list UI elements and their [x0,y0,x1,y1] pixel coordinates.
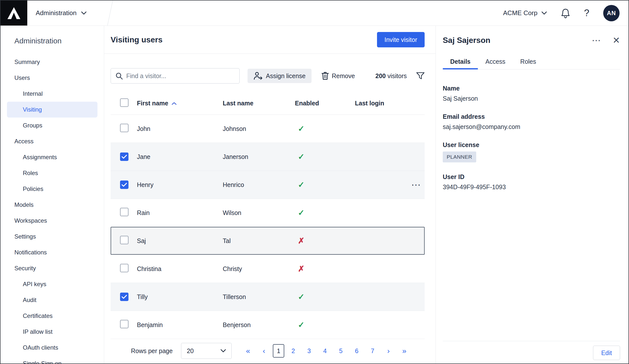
sidebar-item-models[interactable]: Models [7,197,98,213]
select-all-checkbox[interactable] [120,99,129,107]
pagination-prev[interactable]: ‹ [257,344,271,358]
row-checkbox[interactable] [120,320,129,328]
enabled-check-icon: ✓ [295,320,355,330]
sidebar-item-notifications[interactable]: Notifications [7,244,98,260]
column-enabled[interactable]: Enabled [295,100,355,107]
sidebar-item-users[interactable]: Users [7,70,98,86]
top-bar: Administration ACME Corp ? AN [0,0,629,26]
sidebar-item-assignments[interactable]: Assignments [7,149,98,165]
sidebar-item-label: OAuth clients [23,344,58,351]
sidebar-item-summary[interactable]: Summary [7,54,98,70]
sidebar-item-single-sign-on[interactable]: Single Sign-on [7,356,98,364]
search-box[interactable] [111,68,240,84]
row-checkbox[interactable] [120,208,129,216]
visitor-count: 200 visitors [375,72,407,80]
sidebar-item-security[interactable]: Security [7,260,98,276]
checkmark-icon [122,154,127,159]
sidebar-item-visiting[interactable]: Visiting [7,102,98,118]
sidebar-item-api-keys[interactable]: API keys [7,276,98,292]
sidebar-item-ip-allow-list[interactable]: IP allow list [7,324,98,340]
cell-first-name: Benjamin [137,321,223,329]
sort-asc-icon[interactable] [172,102,177,105]
sidebar-item-label: Groups [23,122,42,129]
org-name: ACME Corp [503,9,537,17]
top-bar-right: ACME Corp ? AN [503,5,629,21]
sidebar-item-label: Users [14,74,30,81]
sidebar-item-oauth-clients[interactable]: OAuth clients [7,340,98,356]
table-row-benjamin[interactable]: Benjamin Benjerson ✓ ⋯ [111,311,425,339]
pagination-page-7[interactable]: 7 [366,344,379,358]
enabled-check-icon: ✓ [295,208,355,218]
close-icon[interactable]: ✕ [613,36,620,45]
pagination-page-5[interactable]: 5 [334,344,348,358]
overflow-menu-icon[interactable]: ⋯ [592,36,601,45]
table-row-john[interactable]: John Johnson ✓ ⋯ [111,115,425,143]
cell-last-name: Henrico [223,181,295,188]
pagination-page-2[interactable]: 2 [286,344,300,358]
column-last-login[interactable]: Last login [355,100,407,107]
table-body: John Johnson ✓ ⋯ Jane Janerson ✓ ⋯ Henry… [111,115,425,339]
row-menu-icon[interactable]: ⋯ [407,180,425,189]
row-checkbox[interactable] [120,181,129,189]
app-switcher[interactable]: Administration [36,9,87,17]
notifications-bell-icon[interactable] [561,8,570,18]
app-logo[interactable] [0,0,27,25]
sidebar-item-groups[interactable]: Groups [7,118,98,133]
sidebar-item-roles[interactable]: Roles [7,165,98,181]
tab-roles[interactable]: Roles [513,54,544,69]
help-icon[interactable]: ? [584,8,589,18]
table-row-henry[interactable]: Henry Henrico ✓ ⋯ [111,171,425,199]
table-row-tilly[interactable]: Tilly Tillerson ✓ ⋯ [111,283,425,311]
trash-icon [321,72,329,80]
sidebar-item-certificates[interactable]: Certificates [7,308,98,324]
table-row-saj[interactable]: Saj Tal ✗ ⋯ [111,227,425,255]
cell-first-name: Jane [137,153,223,160]
sidebar-item-access[interactable]: Access [7,133,98,149]
checkmark-icon [122,295,127,299]
field-label: Email address [443,113,620,120]
field-label: Name [443,85,620,92]
table-row-rain[interactable]: Rain Wilson ✓ ⋯ [111,199,425,227]
tab-access[interactable]: Access [478,54,513,69]
field-user-license: User license PLANNER [443,141,620,162]
pagination-page-1[interactable]: 1 [273,344,284,358]
rows-per-page-select[interactable]: 20 [181,343,232,359]
pagination-first[interactable]: « [241,344,255,358]
detail-panel: Saj Sajerson ⋯ ✕ DetailsAccessRoles Name… [436,26,629,364]
avatar[interactable]: AN [603,5,620,21]
assign-license-button[interactable]: Assign license [248,69,312,83]
edit-button[interactable]: Edit [593,346,620,360]
field-label: User ID [443,173,620,181]
remove-button[interactable]: Remove [317,69,359,83]
tab-details[interactable]: Details [443,54,478,69]
sidebar-item-internal[interactable]: Internal [7,86,98,102]
row-checkbox[interactable] [120,264,129,272]
field-value: saj.sajerson@company.com [443,123,620,130]
detail-panel-title: Saj Sajerson [443,36,490,45]
row-checkbox[interactable] [120,124,129,132]
filter-icon[interactable] [416,72,425,80]
sidebar-item-workspaces[interactable]: Workspaces [7,213,98,229]
pagination-page-4[interactable]: 4 [318,344,332,358]
cell-first-name: Tilly [137,293,223,301]
column-first-name[interactable]: First name [137,100,168,107]
search-input[interactable] [126,72,235,80]
org-switcher[interactable]: ACME Corp [503,9,547,17]
pagination-last[interactable]: » [397,344,411,358]
pagination-next[interactable]: › [381,344,395,358]
pagination-page-3[interactable]: 3 [302,344,316,358]
row-checkbox[interactable] [120,293,129,301]
table-row-christina[interactable]: Christina Christy ✗ ⋯ [111,255,425,283]
row-checkbox[interactable] [120,236,129,244]
pagination-page-6[interactable]: 6 [350,344,364,358]
sidebar-item-policies[interactable]: Policies [7,181,98,197]
pagination: Rows per page 20 «‹1234567›» [111,343,425,359]
column-last-name[interactable]: Last name [223,100,295,107]
sidebar-item-audit[interactable]: Audit [7,292,98,308]
invite-visitor-button[interactable]: Invite visitor [377,32,425,47]
sidebar-item-settings[interactable]: Settings [7,229,98,244]
sidebar-item-label: Summary [14,59,40,65]
row-checkbox[interactable] [120,152,129,161]
table-row-jane[interactable]: Jane Janerson ✓ ⋯ [111,143,425,171]
cell-last-name: Tillerson [223,293,295,301]
